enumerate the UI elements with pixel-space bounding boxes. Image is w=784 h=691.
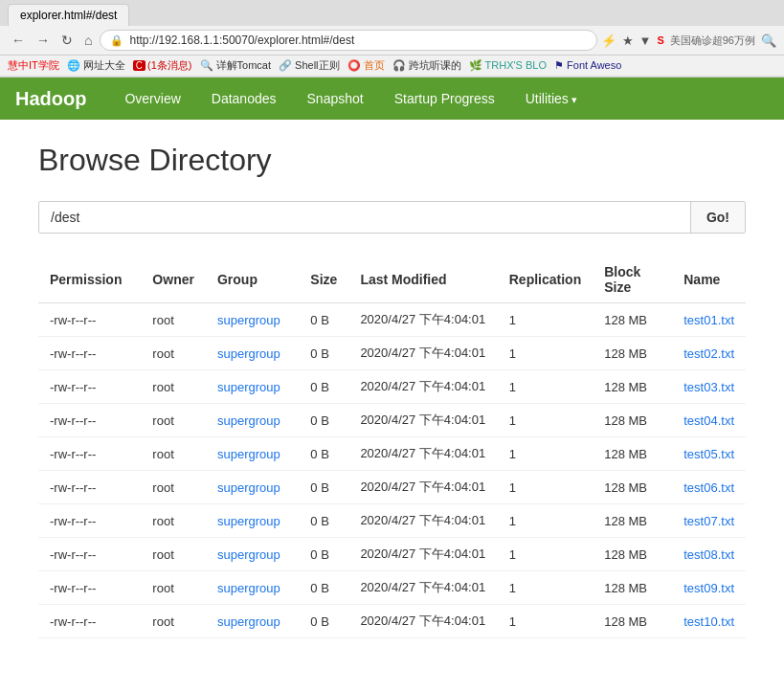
cell-replication: 1 (498, 404, 593, 437)
browser-tabs: explorer.html#/dest (0, 0, 784, 26)
nav-startup-progress[interactable]: Startup Progress (379, 81, 510, 116)
file-link[interactable]: test01.txt (683, 313, 734, 327)
cell-name: test01.txt (672, 303, 746, 337)
go-button[interactable]: Go! (690, 202, 745, 233)
nav-snapshot[interactable]: Snapshot (292, 81, 379, 116)
star-dropdown-icon[interactable]: ▼ (639, 33, 652, 48)
file-link[interactable]: test10.txt (683, 614, 734, 629)
cell-modified: 2020/4/27 下午4:04:01 (348, 538, 497, 571)
back-button[interactable]: ← (8, 31, 29, 50)
bookmark-shell[interactable]: 🔗 Shell正则 (279, 58, 340, 73)
bookmark-cross[interactable]: 🎧 跨坑听课的 (392, 58, 461, 73)
cell-replication: 1 (498, 538, 593, 571)
file-link[interactable]: test06.txt (683, 480, 734, 495)
cell-name: test06.txt (672, 471, 746, 504)
file-link[interactable]: test05.txt (683, 447, 734, 461)
cell-owner: root (141, 471, 206, 504)
cell-replication: 1 (498, 370, 593, 404)
cell-blocksize: 128 MB (593, 370, 672, 404)
file-link[interactable]: test08.txt (683, 547, 734, 562)
file-link[interactable]: test09.txt (683, 581, 734, 595)
nav-utilities[interactable]: Utilities (510, 81, 593, 116)
col-header-owner: Owner (141, 256, 206, 303)
home-button[interactable]: ⌂ (80, 31, 96, 50)
cell-group: supergroup (206, 404, 299, 437)
col-header-size: Size (299, 256, 348, 303)
cell-modified: 2020/4/27 下午4:04:01 (348, 437, 497, 471)
table-row: -rw-r--r-- root supergroup 0 B 2020/4/27… (38, 370, 746, 404)
file-link[interactable]: test03.txt (683, 380, 734, 394)
cell-permission: -rw-r--r-- (38, 303, 141, 337)
browser-chrome: explorer.html#/dest ← → ↻ ⌂ 🔒 http://192… (0, 0, 784, 78)
cell-replication: 1 (498, 605, 593, 638)
search-text: 美国确诊超96万例 (670, 33, 755, 48)
cell-replication: 1 (498, 437, 593, 471)
cell-replication: 1 (498, 337, 593, 370)
cell-owner: root (141, 571, 206, 605)
nav-links: Overview Datanodes Snapshot Startup Prog… (109, 81, 593, 116)
table-row: -rw-r--r-- root supergroup 0 B 2020/4/27… (38, 337, 746, 370)
cell-permission: -rw-r--r-- (38, 404, 141, 437)
cell-blocksize: 128 MB (593, 337, 672, 370)
file-link[interactable]: test07.txt (683, 514, 734, 528)
cell-replication: 1 (498, 303, 593, 337)
address-bar[interactable]: 🔒 http://192.168.1.1:50070/explorer.html… (100, 30, 596, 51)
bookmark-fontawesome[interactable]: ⚑ Font Aweso (554, 59, 621, 72)
file-link[interactable]: test02.txt (683, 346, 734, 361)
cell-replication: 1 (498, 571, 593, 605)
path-input[interactable] (39, 202, 690, 233)
table-row: -rw-r--r-- root supergroup 0 B 2020/4/27… (38, 471, 746, 504)
table-row: -rw-r--r-- root supergroup 0 B 2020/4/27… (38, 404, 746, 437)
table-header-row: Permission Owner Group Size Last Modifie… (38, 256, 746, 303)
bookmark-huizhong[interactable]: 慧中IT学院 (8, 58, 59, 73)
cell-owner: root (141, 437, 206, 471)
nav-overview[interactable]: Overview (109, 81, 195, 116)
cell-size: 0 B (299, 605, 348, 638)
cell-name: test02.txt (672, 337, 746, 370)
bookmark-icon: 慧中IT学院 (8, 58, 59, 73)
lock-icon: 🔒 (110, 34, 123, 47)
cell-replication: 1 (498, 471, 593, 504)
bookmark-home[interactable]: ⭕ 首页 (347, 58, 385, 73)
reload-button[interactable]: ↻ (57, 31, 77, 50)
col-header-modified: Last Modified (348, 256, 497, 303)
cell-blocksize: 128 MB (593, 504, 672, 538)
magnifier-icon[interactable]: 🔍 (761, 33, 776, 48)
table-row: -rw-r--r-- root supergroup 0 B 2020/4/27… (38, 504, 746, 538)
cell-group: supergroup (206, 538, 299, 571)
cell-permission: -rw-r--r-- (38, 504, 141, 538)
cell-group: supergroup (206, 303, 299, 337)
lightning-icon: ⚡ (601, 33, 616, 48)
cell-size: 0 B (299, 571, 348, 605)
cell-owner: root (141, 303, 206, 337)
star-icon[interactable]: ★ (622, 33, 634, 48)
cell-owner: root (141, 370, 206, 404)
cell-modified: 2020/4/27 下午4:04:01 (348, 471, 497, 504)
cell-group: supergroup (206, 571, 299, 605)
file-link[interactable]: test04.txt (683, 413, 734, 428)
cell-name: test07.txt (672, 504, 746, 538)
file-table-body: -rw-r--r-- root supergroup 0 B 2020/4/27… (38, 303, 746, 638)
cell-permission: -rw-r--r-- (38, 471, 141, 504)
table-row: -rw-r--r-- root supergroup 0 B 2020/4/27… (38, 605, 746, 638)
cell-blocksize: 128 MB (593, 437, 672, 471)
sogou-icon: S (657, 34, 663, 46)
cell-group: supergroup (206, 370, 299, 404)
page-title: Browse Directory (38, 143, 746, 178)
bookmark-cmsg[interactable]: C (1条消息) (133, 58, 192, 73)
cell-name: test08.txt (672, 538, 746, 571)
table-row: -rw-r--r-- root supergroup 0 B 2020/4/27… (38, 303, 746, 337)
bookmark-tomcat[interactable]: 🔍 详解Tomcat (200, 58, 272, 73)
cell-group: supergroup (206, 605, 299, 638)
cell-permission: -rw-r--r-- (38, 538, 141, 571)
browser-tab[interactable]: explorer.html#/dest (8, 4, 129, 26)
cell-group: supergroup (206, 337, 299, 370)
bookmark-trhx[interactable]: 🌿 TRHX'S BLO (469, 59, 547, 72)
cell-permission: -rw-r--r-- (38, 437, 141, 471)
cell-blocksize: 128 MB (593, 605, 672, 638)
col-header-name: Name (672, 256, 746, 303)
nav-datanodes[interactable]: Datanodes (196, 81, 292, 116)
cell-name: test03.txt (672, 370, 746, 404)
forward-button[interactable]: → (33, 31, 54, 50)
bookmark-wangzhi[interactable]: 🌐 网址大全 (67, 58, 125, 73)
